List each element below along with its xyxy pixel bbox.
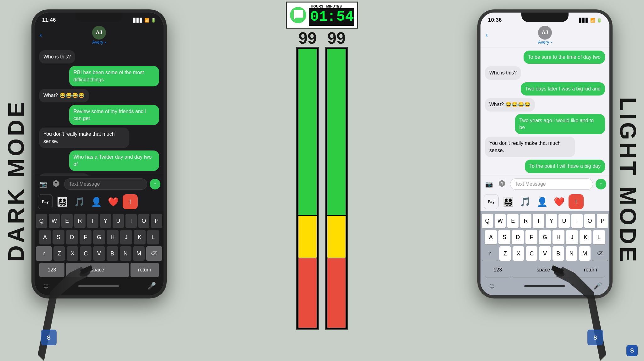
dark-notch — [75, 13, 123, 22]
light-key-p[interactable]: P — [597, 214, 608, 228]
light-key-e[interactable]: E — [507, 214, 519, 228]
hours-label: HOURS — [309, 4, 325, 8]
light-key-123[interactable]: 123 — [485, 263, 510, 277]
light-key-t[interactable]: T — [533, 214, 544, 228]
dark-key-k[interactable]: K — [134, 230, 146, 244]
dark-key-l[interactable]: L — [147, 230, 159, 244]
dark-contact-initials: AJ — [96, 30, 102, 36]
dark-key-i[interactable]: I — [125, 214, 137, 228]
light-battery-icon: 🔋 — [597, 18, 602, 23]
timer-colon: : — [326, 9, 336, 25]
light-emoji-key[interactable]: ☺ — [488, 282, 496, 290]
dark-text-input[interactable]: Text Message — [64, 178, 147, 190]
light-contact-initials: AJ — [542, 30, 548, 36]
dark-key-m[interactable]: M — [133, 246, 145, 261]
light-msg-5: Two years ago I would like and to be — [515, 114, 605, 134]
dark-emoji-row: Pay 👨‍👩‍👧‍👦 🎵 👤 ❤️ ! — [35, 192, 164, 211]
dark-emoji-1[interactable]: 👨‍👩‍👧‍👦 — [55, 194, 70, 209]
dark-key-row-1: Q W E R T Y U I O P — [36, 214, 162, 228]
light-msg-4: What? 😂😂😂😂 — [485, 98, 535, 111]
dark-key-t[interactable]: T — [87, 214, 98, 228]
dark-key-r[interactable]: R — [74, 214, 86, 228]
dark-camera-button[interactable]: 📷 — [38, 179, 48, 189]
light-key-q[interactable]: Q — [482, 214, 493, 228]
light-text-input[interactable]: Text Message — [510, 178, 593, 190]
light-key-z[interactable]: Z — [499, 246, 511, 261]
light-key-a[interactable]: A — [485, 230, 497, 244]
light-mode-label: LIGHT MODE — [615, 97, 641, 264]
light-key-r[interactable]: R — [520, 214, 531, 228]
watermark-icon: S — [626, 345, 638, 356]
light-key-w[interactable]: W — [495, 214, 506, 228]
dark-emoji-5[interactable]: ! — [123, 194, 138, 209]
hours-value: 01 — [310, 9, 326, 25]
light-contact-name[interactable]: Avery › — [538, 40, 552, 45]
dark-emoji-2[interactable]: 🎵 — [72, 194, 87, 209]
dark-key-e[interactable]: E — [61, 214, 73, 228]
robot-arm-right-svg: S — [518, 235, 619, 361]
light-send-button[interactable]: ↑ — [596, 179, 606, 189]
battery-bar-left: 99 — [296, 30, 319, 355]
minutes-value: 54 — [336, 9, 353, 25]
signal-icon: ▋▋▋ — [133, 18, 143, 23]
center-panel: HOURS MINUTES 01 : 54 99 — [278, 0, 366, 361]
timer-labels: HOURS MINUTES — [309, 4, 342, 8]
light-back-button[interactable]: ‹ — [486, 31, 488, 39]
dark-key-return[interactable]: return — [130, 263, 159, 277]
dark-status-icons: ▋▋▋ 📶 🔋 — [133, 18, 156, 23]
dark-emoji-4[interactable]: ❤️ — [106, 194, 121, 209]
dark-applepay[interactable]: Pay — [38, 194, 53, 209]
dark-key-u[interactable]: U — [113, 214, 124, 228]
dark-mic-key[interactable]: 🎤 — [147, 282, 156, 290]
light-key-u[interactable]: U — [558, 214, 570, 228]
dark-key-q[interactable]: Q — [36, 214, 47, 228]
dark-back-button[interactable]: ‹ — [40, 31, 42, 39]
light-apps-button[interactable]: 🅐 — [497, 179, 508, 189]
message-icon — [290, 7, 306, 23]
dark-msg-4: Review some of my friends and I can get — [69, 105, 159, 125]
light-emoji-5[interactable]: ! — [569, 194, 584, 209]
dark-msg-7: Is this a prank? 🤡 — [39, 173, 90, 176]
dark-key-delete[interactable]: ⌫ — [146, 246, 162, 261]
light-key-i[interactable]: I — [571, 214, 583, 228]
robot-arm-left-svg: S — [25, 235, 126, 361]
dark-key-w[interactable]: W — [49, 214, 60, 228]
light-msg-7: To the point I will have a big day — [525, 160, 605, 173]
light-msg-6: You don't really make that much sense. — [485, 137, 575, 157]
light-key-o[interactable]: O — [584, 214, 596, 228]
light-msg-1: To be sure to the time of day two — [524, 51, 605, 64]
battery-bar-right: 99 — [325, 30, 348, 355]
robot-arm-left: S — [25, 235, 126, 361]
dark-key-p[interactable]: P — [151, 214, 162, 228]
light-status-time: 10:36 — [488, 17, 502, 23]
dark-key-o[interactable]: O — [138, 214, 150, 228]
svg-text:S: S — [47, 335, 51, 341]
light-emoji-row: Pay 👨‍👩‍👧‍👦 🎵 👤 ❤️ ! — [480, 192, 609, 211]
watermark: S — [626, 345, 638, 356]
timer-box: HOURS MINUTES 01 : 54 — [286, 2, 358, 29]
battery-bars: 99 99 — [296, 30, 348, 361]
light-camera-button[interactable]: 📷 — [484, 179, 494, 189]
wifi-icon: 📶 — [144, 18, 149, 23]
dark-key-y[interactable]: Y — [100, 214, 111, 228]
light-emoji-2[interactable]: 🎵 — [518, 194, 533, 209]
light-key-s[interactable]: S — [498, 230, 510, 244]
speech-bubble-icon — [292, 9, 304, 21]
light-emoji-3[interactable]: 👤 — [535, 194, 550, 209]
dark-emoji-3[interactable]: 👤 — [89, 194, 104, 209]
dark-send-button[interactable]: ↑ — [150, 179, 160, 189]
light-applepay[interactable]: Pay — [484, 194, 499, 209]
light-key-y[interactable]: Y — [546, 214, 557, 228]
minutes-label: MINUTES — [326, 4, 342, 8]
light-input-area: 📷 🅐 Text Message ↑ — [480, 176, 609, 192]
dark-contact-avatar: AJ — [92, 26, 106, 40]
light-msg-3: Two days later I was a big kid and — [521, 82, 605, 96]
dark-contact-name[interactable]: Avery › — [92, 40, 106, 45]
dark-apps-button[interactable]: 🅐 — [51, 179, 62, 189]
light-emoji-1[interactable]: 👨‍👩‍👧‍👦 — [501, 194, 516, 209]
light-msg-2: Who is this? — [485, 66, 521, 79]
dark-msg-2: RBI has been some of the most difficult … — [69, 66, 159, 86]
light-emoji-4[interactable]: ❤️ — [552, 194, 567, 209]
light-contact-header: AJ Avery › — [538, 26, 552, 45]
light-key-shift[interactable]: ⇧ — [482, 246, 498, 261]
